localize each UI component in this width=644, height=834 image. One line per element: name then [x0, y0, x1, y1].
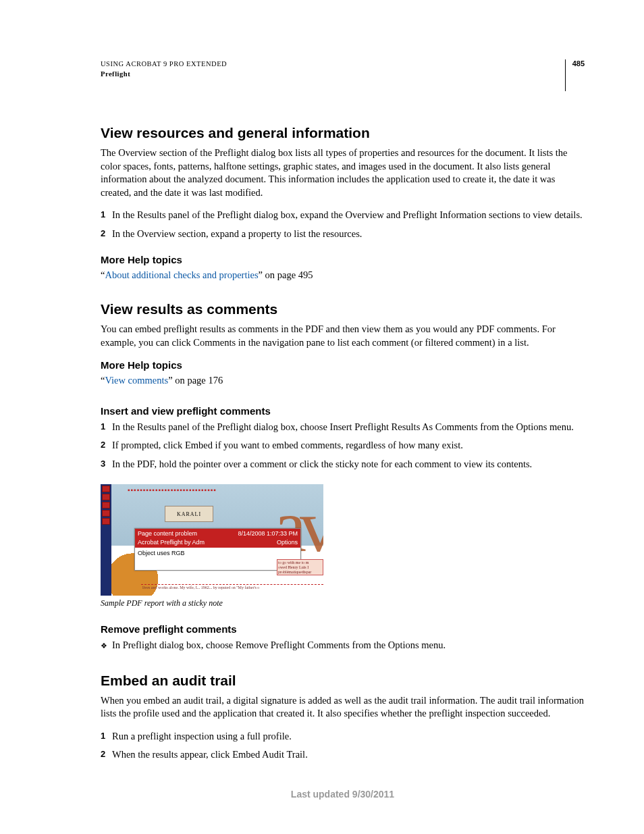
- popup-author: Acrobat Preflight by Adm: [138, 539, 205, 546]
- bullet-item: In Preflight dialog box, choose Remove P…: [101, 639, 585, 652]
- sticky-note-popup: Page content problem 8/14/2008 1:07:33 P…: [134, 528, 301, 571]
- steps-list: In the Results panel of the Preflight di…: [101, 421, 585, 471]
- heading-view-results-comments: View results as comments: [101, 301, 585, 317]
- figure-left-strip: [101, 484, 111, 596]
- steps-list: In the Results panel of the Preflight di…: [101, 209, 585, 240]
- section-embed-audit: Embed an audit trail When you embed an a…: [101, 673, 585, 762]
- header-left: USING ACROBAT 9 PRO EXTENDED Preflight: [101, 59, 565, 79]
- header-section: Preflight: [101, 70, 565, 80]
- xref-tail: ” on page 495: [259, 269, 313, 280]
- heading-view-resources: View resources and general information: [101, 125, 585, 141]
- step-item: In the Results panel of the Preflight di…: [101, 209, 585, 222]
- step-item: When the results appear, click Embed Aud…: [101, 748, 585, 762]
- body-text: The Overview section of the Preflight di…: [101, 147, 585, 199]
- sample-pdf-figure: ▪▪▪▪▪▪▪▪▪▪▪▪▪▪▪▪▪▪▪▪▪▪▪▪▪▪▪▪▪ KARALI av …: [101, 484, 323, 596]
- figure-caption: Sample PDF report with a sticky note: [101, 598, 585, 608]
- step-item: In the Results panel of the Preflight di…: [101, 421, 585, 434]
- popup-options: Options: [277, 539, 298, 546]
- subheading-insert-view: Insert and view preflight comments: [101, 405, 585, 417]
- popup-title: Page content problem: [138, 530, 197, 537]
- body-text: When you embed an audit trail, a digital…: [101, 694, 585, 721]
- page-header: USING ACROBAT 9 PRO EXTENDED Preflight 4…: [101, 59, 585, 91]
- figure-bottom-text: lives and works alone. My wife, I... 196…: [141, 584, 323, 596]
- steps-list: Run a preflight inspection using a full …: [101, 730, 585, 762]
- figure-top-marks: ▪▪▪▪▪▪▪▪▪▪▪▪▪▪▪▪▪▪▪▪▪▪▪▪▪▪▪▪▪: [128, 486, 217, 494]
- page-number: 485: [565, 59, 585, 91]
- xref-tail: ” on page 176: [168, 375, 223, 386]
- page: USING ACROBAT 9 PRO EXTENDED Preflight 4…: [0, 0, 644, 834]
- step-item: Run a preflight inspection using a full …: [101, 730, 585, 744]
- figure-side-text: to go with me to mowed Henry Luis Iprobl…: [277, 559, 323, 575]
- subheading-remove: Remove preflight comments: [101, 623, 585, 635]
- header-doc-title: USING ACROBAT 9 PRO EXTENDED: [101, 59, 565, 70]
- more-help-heading: More Help topics: [101, 359, 585, 371]
- section-view-results-comments: View results as comments You can embed p…: [101, 301, 585, 652]
- step-item: In the Overview section, expand a proper…: [101, 228, 585, 241]
- step-item: If prompted, click Embed if you want to …: [101, 439, 585, 452]
- heading-embed-audit: Embed an audit trail: [101, 673, 585, 689]
- figure-logo-box: KARALI: [165, 506, 213, 522]
- popup-date: 8/14/2008 1:07:33 PM: [238, 530, 298, 537]
- body-text: You can embed preflight results as comme…: [101, 323, 585, 349]
- popup-content: Object uses RGB: [135, 548, 300, 570]
- more-help-heading: More Help topics: [101, 254, 585, 265]
- step-item: In the PDF, hold the pointer over a comm…: [101, 458, 585, 471]
- xref-line: “About additional checks and properties”…: [101, 269, 585, 281]
- link-additional-checks[interactable]: About additional checks and properties: [105, 269, 258, 280]
- link-view-comments[interactable]: View comments: [105, 375, 168, 386]
- section-view-resources: View resources and general information T…: [101, 125, 585, 281]
- footer-updated: Last updated 9/30/2011: [101, 789, 585, 800]
- xref-line: “View comments” on page 176: [101, 375, 585, 386]
